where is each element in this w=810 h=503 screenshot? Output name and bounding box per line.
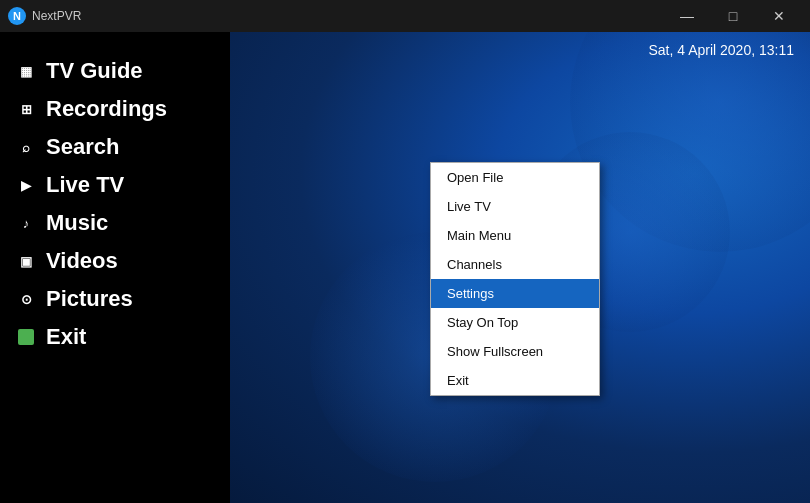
sidebar-label-search: Search — [46, 134, 119, 160]
tv-guide-icon: ▦ — [16, 61, 36, 81]
app-icon: N — [8, 7, 26, 25]
sidebar-item-music[interactable]: ♪Music — [0, 204, 230, 242]
context-menu: Open FileLive TVMain MenuChannelsSetting… — [430, 162, 600, 396]
sidebar-item-search[interactable]: ⌕Search — [0, 128, 230, 166]
music-icon: ♪ — [16, 213, 36, 233]
sidebar-item-exit[interactable]: Exit — [0, 318, 230, 356]
close-button[interactable]: ✕ — [756, 0, 802, 32]
sidebar-label-recordings: Recordings — [46, 96, 167, 122]
content-area: Sat, 4 April 2020, 13:11 Open FileLive T… — [230, 32, 810, 503]
titlebar-controls: — □ ✕ — [664, 0, 802, 32]
sidebar-label-live-tv: Live TV — [46, 172, 124, 198]
sidebar-item-tv-guide[interactable]: ▦TV Guide — [0, 52, 230, 90]
minimize-button[interactable]: — — [664, 0, 710, 32]
live-tv-icon: ▶ — [16, 175, 36, 195]
maximize-button[interactable]: □ — [710, 0, 756, 32]
context-menu-item-main-menu[interactable]: Main Menu — [431, 221, 599, 250]
sidebar: ▦TV Guide⊞Recordings⌕Search▶Live TV♪Musi… — [0, 32, 230, 503]
search-icon: ⌕ — [16, 137, 36, 157]
context-menu-item-channels[interactable]: Channels — [431, 250, 599, 279]
context-menu-item-show-fullscreen[interactable]: Show Fullscreen — [431, 337, 599, 366]
videos-icon: ▣ — [16, 251, 36, 271]
sidebar-label-exit: Exit — [46, 324, 86, 350]
sidebar-item-recordings[interactable]: ⊞Recordings — [0, 90, 230, 128]
pictures-icon: ⊙ — [16, 289, 36, 309]
app-title: NextPVR — [32, 9, 664, 23]
main-content: ▦TV Guide⊞Recordings⌕Search▶Live TV♪Musi… — [0, 32, 810, 503]
titlebar: N NextPVR — □ ✕ — [0, 0, 810, 32]
sidebar-item-videos[interactable]: ▣Videos — [0, 242, 230, 280]
recordings-icon: ⊞ — [16, 99, 36, 119]
sidebar-label-music: Music — [46, 210, 108, 236]
sidebar-item-pictures[interactable]: ⊙Pictures — [0, 280, 230, 318]
datetime-display: Sat, 4 April 2020, 13:11 — [648, 42, 794, 58]
sidebar-label-tv-guide: TV Guide — [46, 58, 143, 84]
context-menu-item-live-tv[interactable]: Live TV — [431, 192, 599, 221]
exit-icon — [16, 327, 36, 347]
sidebar-label-pictures: Pictures — [46, 286, 133, 312]
context-menu-item-settings[interactable]: Settings — [431, 279, 599, 308]
sidebar-item-live-tv[interactable]: ▶Live TV — [0, 166, 230, 204]
context-menu-item-open-file[interactable]: Open File — [431, 163, 599, 192]
sidebar-label-videos: Videos — [46, 248, 118, 274]
context-menu-item-exit[interactable]: Exit — [431, 366, 599, 395]
context-menu-item-stay-on-top[interactable]: Stay On Top — [431, 308, 599, 337]
